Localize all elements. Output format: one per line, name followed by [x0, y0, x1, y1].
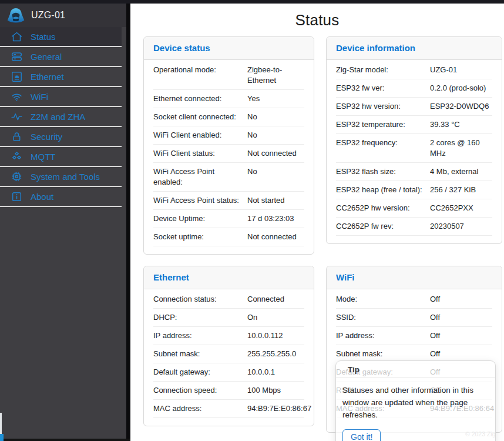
- sidebar-item-mqtt[interactable]: MQTT: [0, 147, 122, 167]
- row-label: Socket client connected:: [153, 112, 247, 122]
- row-value: Zigbee-to-Ethernet: [247, 65, 304, 86]
- sidebar-nav: Status General Ethernet WiFi Z2M and ZHA…: [0, 27, 126, 207]
- row-value: UZG-01: [430, 65, 492, 75]
- card-title: Device information: [336, 43, 415, 53]
- row-value: Off: [430, 294, 492, 305]
- ethernet-row-subnet-mask-: Subnet mask: 255.255.255.0: [153, 345, 304, 363]
- sidebar-item-general[interactable]: General: [0, 47, 122, 67]
- ethernet-row-connection-status-: Connection status: Connected: [153, 290, 304, 309]
- row-label: ESP32 fw ver:: [336, 83, 430, 93]
- sidebar-item-label: Status: [31, 32, 56, 42]
- sidebar-bottom-strip: [0, 439, 130, 441]
- info-row-esp32-temperature-: ESP32 temperature: 39.33 °C: [336, 116, 492, 134]
- row-label: WiFi Access Point status:: [153, 195, 247, 206]
- row-value: 0.2.0 (prod-solo): [430, 83, 492, 93]
- row-value: Off: [430, 349, 492, 359]
- card-header: Device information: [327, 37, 502, 60]
- sidebar-item-system-and-tools[interactable]: System and Tools: [0, 167, 122, 187]
- row-label: CC2652P fw rev:: [336, 221, 430, 232]
- row-value: No: [247, 166, 304, 188]
- lock-icon: [10, 130, 23, 143]
- row-label: Zig-Star model:: [336, 65, 430, 75]
- tip-dialog-title: Tip: [336, 361, 495, 378]
- row-value: Connected: [247, 294, 304, 305]
- row-label: Socket uptime:: [153, 232, 247, 242]
- row-value: CC2652PXX: [430, 203, 492, 213]
- row-value: 2 cores @ 160 MHz: [430, 138, 492, 159]
- row-value: Off: [430, 330, 492, 341]
- ethernet-row-mac-address-: MAC address: 94:B9:7E:E0:86:67: [153, 400, 304, 418]
- app-title: UZG-01: [31, 10, 65, 21]
- chip-icon: [10, 170, 23, 183]
- row-value: No: [247, 112, 304, 122]
- row-label: ESP32 temperature:: [336, 119, 430, 130]
- row-label: ESP32 frequency:: [336, 138, 430, 159]
- sidebar-header: UZG-01: [0, 4, 130, 27]
- card-title: Ethernet: [153, 272, 189, 282]
- row-value: On: [247, 312, 304, 323]
- info-icon: [10, 190, 23, 203]
- got-it-button[interactable]: Got it!: [342, 429, 381, 441]
- sidebar-item-z2m-and-zha[interactable]: Z2M and ZHA: [0, 107, 122, 127]
- row-value: Not connected: [247, 232, 304, 242]
- row-value: 256 / 327 KiB: [430, 185, 492, 195]
- status-row-wifi-access-point-enabled-: WiFi Access Point enabled: No: [153, 163, 304, 192]
- card-header: Ethernet: [144, 266, 314, 289]
- info-row-esp32-flash-size-: ESP32 flash size: 4 Mb, external: [336, 163, 492, 181]
- activity-icon: [10, 110, 23, 123]
- top-strip: [0, 0, 504, 4]
- sidebar-item-wifi[interactable]: WiFi: [0, 87, 122, 107]
- sidebar-edge-strip: [126, 0, 130, 441]
- ethernet-row-connection-speed-: Connection speed: 100 Mbps: [153, 382, 304, 400]
- status-row-wifi-access-point-status-: WiFi Access Point status: Not started: [153, 192, 304, 210]
- row-label: WiFi Access Point enabled:: [153, 166, 229, 188]
- row-label: Default gateway:: [153, 367, 247, 377]
- row-value: Off: [430, 312, 492, 323]
- row-label: ESP32 flash size:: [336, 166, 430, 177]
- sidebar: UZG-01 Status General Ethernet WiFi Z2M …: [0, 0, 130, 441]
- tip-dialog: Tip Statuses and other information in th…: [335, 360, 496, 441]
- card-body: Connection status: Connected DHCP: On IP…: [144, 289, 314, 426]
- row-value: 100 Mbps: [247, 385, 304, 396]
- card-title: Device status: [153, 43, 210, 53]
- sidebar-item-about[interactable]: About: [0, 187, 122, 207]
- wifi-icon: [10, 90, 23, 103]
- row-label: Operational mode:: [153, 65, 247, 86]
- ethernet-row-default-gateway-: Default gateway: 10.0.0.1: [153, 363, 304, 382]
- sidebar-item-label: Z2M and ZHA: [31, 112, 85, 122]
- sidebar-item-label: About: [31, 192, 53, 202]
- status-row-socket-client-connected-: Socket client connected: No: [153, 108, 304, 126]
- ethernet-card: Ethernet Connection status: Connected DH…: [143, 266, 314, 426]
- row-label: Subnet mask:: [153, 349, 247, 359]
- status-row-wifi-client-enabled-: WiFi Client enabled: No: [153, 126, 304, 145]
- sidebar-item-status[interactable]: Status: [0, 27, 122, 47]
- sidebar-item-label: Ethernet: [31, 72, 64, 82]
- row-value: 39.33 °C: [430, 119, 492, 130]
- row-value: No: [247, 130, 304, 141]
- row-value: 4 Mb, external: [430, 166, 492, 177]
- sidebar-item-label: Security: [31, 132, 62, 142]
- row-label: ESP32 heap (free / total):: [336, 185, 430, 195]
- status-row-operational-mode-: Operational mode: Zigbee-to-Ethernet: [153, 61, 304, 90]
- row-value: 20230507: [430, 221, 492, 232]
- sidebar-item-security[interactable]: Security: [0, 127, 122, 147]
- row-label: Ethernet connected:: [153, 93, 247, 104]
- info-row-cc2652p-fw-rev-: CC2652P fw rev: 20230507: [336, 218, 492, 236]
- row-label: SSID:: [336, 312, 430, 323]
- info-row-esp32-frequency-: ESP32 frequency: 2 cores @ 160 MHz: [336, 134, 492, 163]
- row-value: Not connected: [247, 148, 304, 159]
- info-row-esp32-heap-free-total-: ESP32 heap (free / total): 256 / 327 KiB: [336, 181, 492, 199]
- ethernet-icon: [10, 70, 23, 83]
- card-body: Zig-Star model: UZG-01 ESP32 fw ver: 0.2…: [327, 60, 502, 243]
- page-title: Status: [130, 11, 504, 29]
- card-body: Operational mode: Zigbee-to-Ethernet Eth…: [144, 60, 314, 254]
- row-label: IP address:: [336, 330, 430, 341]
- status-row-ethernet-connected-: Ethernet connected: Yes: [153, 90, 304, 108]
- row-label: IP address:: [153, 330, 247, 341]
- wifi-row-ssid-: SSID: Off: [336, 309, 492, 327]
- sidebar-item-ethernet[interactable]: Ethernet: [0, 67, 122, 87]
- card-header: Device status: [144, 37, 314, 60]
- status-row-device-uptime-: Device Uptime: 17 d 03:23:03: [153, 210, 304, 228]
- vader-helmet-logo-icon: [6, 8, 25, 24]
- row-value: 94:B9:7E:E0:86:67: [247, 403, 311, 414]
